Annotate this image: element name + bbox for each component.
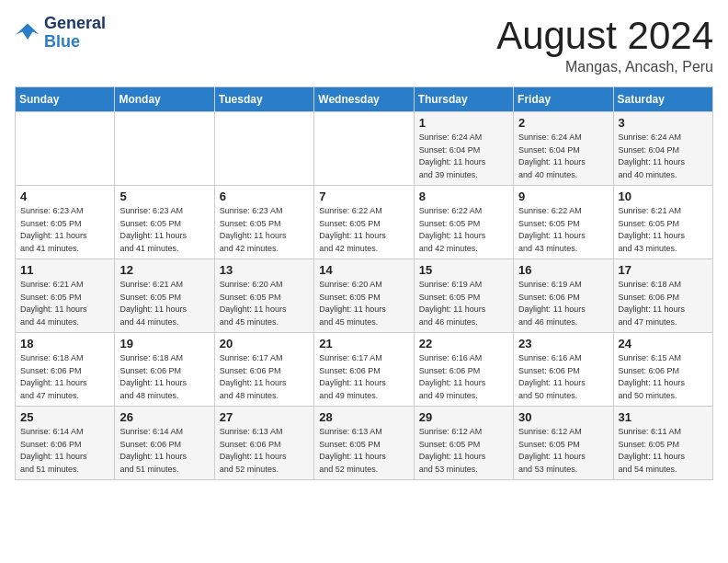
day-info: Sunrise: 6:18 AM Sunset: 6:06 PM Dayligh… <box>20 352 109 402</box>
day-number: 7 <box>319 190 408 203</box>
calendar-day: 25Sunrise: 6:14 AM Sunset: 6:06 PM Dayli… <box>16 407 115 480</box>
day-number: 21 <box>319 337 408 350</box>
day-number: 5 <box>119 190 209 203</box>
day-number: 9 <box>518 190 608 203</box>
day-number: 15 <box>419 263 508 277</box>
calendar-day: 18Sunrise: 6:18 AM Sunset: 6:06 PM Dayli… <box>16 333 115 407</box>
day-number: 3 <box>619 116 708 130</box>
calendar-week-3: 11Sunrise: 6:21 AM Sunset: 6:05 PM Dayli… <box>16 259 713 333</box>
calendar-day: 29Sunrise: 6:12 AM Sunset: 6:05 PM Dayli… <box>414 407 513 480</box>
day-info: Sunrise: 6:17 AM Sunset: 6:06 PM Dayligh… <box>319 352 408 402</box>
day-number: 22 <box>419 337 508 350</box>
calendar-day: 9Sunrise: 6:22 AM Sunset: 6:05 PM Daylig… <box>514 186 613 259</box>
calendar-day <box>314 112 414 186</box>
calendar-day: 31Sunrise: 6:11 AM Sunset: 6:05 PM Dayli… <box>613 407 712 480</box>
day-number: 17 <box>619 263 708 277</box>
day-info: Sunrise: 6:18 AM Sunset: 6:06 PM Dayligh… <box>619 279 708 328</box>
day-number: 14 <box>319 263 408 277</box>
logo-icon <box>15 20 40 46</box>
day-info: Sunrise: 6:18 AM Sunset: 6:06 PM Dayligh… <box>119 352 209 402</box>
day-number: 4 <box>20 190 109 203</box>
day-info: Sunrise: 6:16 AM Sunset: 6:06 PM Dayligh… <box>518 352 608 402</box>
day-number: 28 <box>319 410 408 424</box>
calendar-day: 14Sunrise: 6:20 AM Sunset: 6:05 PM Dayli… <box>314 259 414 333</box>
calendar-day: 3Sunrise: 6:24 AM Sunset: 6:04 PM Daylig… <box>613 112 712 186</box>
day-number: 20 <box>220 337 309 350</box>
weekday-header-monday: Monday <box>115 87 214 112</box>
day-info: Sunrise: 6:23 AM Sunset: 6:05 PM Dayligh… <box>20 205 109 255</box>
weekday-header-wednesday: Wednesday <box>314 87 414 112</box>
day-number: 8 <box>419 190 508 203</box>
calendar-day: 28Sunrise: 6:13 AM Sunset: 6:05 PM Dayli… <box>314 407 414 480</box>
day-info: Sunrise: 6:22 AM Sunset: 6:05 PM Dayligh… <box>518 205 608 255</box>
day-number: 11 <box>20 263 109 277</box>
day-info: Sunrise: 6:12 AM Sunset: 6:05 PM Dayligh… <box>419 426 508 476</box>
calendar-week-2: 4Sunrise: 6:23 AM Sunset: 6:05 PM Daylig… <box>16 186 713 259</box>
svg-marker-0 <box>16 23 39 40</box>
calendar-table: SundayMondayTuesdayWednesdayThursdayFrid… <box>15 86 713 480</box>
weekday-header-tuesday: Tuesday <box>214 87 313 112</box>
weekday-header-thursday: Thursday <box>414 87 513 112</box>
calendar-day: 10Sunrise: 6:21 AM Sunset: 6:05 PM Dayli… <box>613 186 712 259</box>
day-info: Sunrise: 6:19 AM Sunset: 6:05 PM Dayligh… <box>419 279 508 328</box>
day-number: 6 <box>220 190 309 203</box>
day-number: 29 <box>419 410 508 424</box>
day-number: 16 <box>518 263 608 277</box>
day-info: Sunrise: 6:21 AM Sunset: 6:05 PM Dayligh… <box>619 205 708 255</box>
day-number: 26 <box>119 410 209 424</box>
day-info: Sunrise: 6:13 AM Sunset: 6:06 PM Dayligh… <box>220 426 309 476</box>
logo: General Blue <box>15 15 106 52</box>
day-number: 18 <box>20 337 109 350</box>
day-info: Sunrise: 6:14 AM Sunset: 6:06 PM Dayligh… <box>119 426 209 476</box>
calendar-day: 16Sunrise: 6:19 AM Sunset: 6:06 PM Dayli… <box>514 259 613 333</box>
day-number: 10 <box>619 190 708 203</box>
day-info: Sunrise: 6:24 AM Sunset: 6:04 PM Dayligh… <box>619 132 708 181</box>
location-title: Mangas, Ancash, Peru <box>496 59 713 75</box>
calendar-day: 8Sunrise: 6:22 AM Sunset: 6:05 PM Daylig… <box>414 186 513 259</box>
calendar-day: 20Sunrise: 6:17 AM Sunset: 6:06 PM Dayli… <box>214 333 313 407</box>
logo-text: General Blue <box>44 15 106 52</box>
calendar-day: 22Sunrise: 6:16 AM Sunset: 6:06 PM Dayli… <box>414 333 513 407</box>
day-info: Sunrise: 6:19 AM Sunset: 6:06 PM Dayligh… <box>518 279 608 328</box>
day-info: Sunrise: 6:14 AM Sunset: 6:06 PM Dayligh… <box>20 426 109 476</box>
calendar-day: 4Sunrise: 6:23 AM Sunset: 6:05 PM Daylig… <box>16 186 115 259</box>
page-header: General Blue August 2024 Mangas, Ancash,… <box>15 15 713 75</box>
day-info: Sunrise: 6:20 AM Sunset: 6:05 PM Dayligh… <box>220 279 309 328</box>
calendar-day <box>115 112 214 186</box>
day-number: 12 <box>119 263 209 277</box>
calendar-day <box>16 112 115 186</box>
day-number: 27 <box>220 410 309 424</box>
day-number: 13 <box>220 263 309 277</box>
month-title: August 2024 <box>496 15 713 57</box>
day-info: Sunrise: 6:22 AM Sunset: 6:05 PM Dayligh… <box>419 205 508 255</box>
calendar-day: 15Sunrise: 6:19 AM Sunset: 6:05 PM Dayli… <box>414 259 513 333</box>
day-info: Sunrise: 6:24 AM Sunset: 6:04 PM Dayligh… <box>518 132 608 181</box>
calendar-week-4: 18Sunrise: 6:18 AM Sunset: 6:06 PM Dayli… <box>16 333 713 407</box>
day-number: 31 <box>619 410 708 424</box>
calendar-day <box>214 112 313 186</box>
calendar-day: 1Sunrise: 6:24 AM Sunset: 6:04 PM Daylig… <box>414 112 513 186</box>
weekday-header-friday: Friday <box>514 87 613 112</box>
weekday-header-saturday: Saturday <box>613 87 712 112</box>
day-info: Sunrise: 6:22 AM Sunset: 6:05 PM Dayligh… <box>319 205 408 255</box>
calendar-week-1: 1Sunrise: 6:24 AM Sunset: 6:04 PM Daylig… <box>16 112 713 186</box>
calendar-day: 12Sunrise: 6:21 AM Sunset: 6:05 PM Dayli… <box>115 259 214 333</box>
day-number: 2 <box>518 116 608 130</box>
day-number: 25 <box>20 410 109 424</box>
calendar-day: 11Sunrise: 6:21 AM Sunset: 6:05 PM Dayli… <box>16 259 115 333</box>
calendar-week-5: 25Sunrise: 6:14 AM Sunset: 6:06 PM Dayli… <box>16 407 713 480</box>
calendar-day: 6Sunrise: 6:23 AM Sunset: 6:05 PM Daylig… <box>214 186 313 259</box>
calendar-day: 24Sunrise: 6:15 AM Sunset: 6:06 PM Dayli… <box>613 333 712 407</box>
day-number: 1 <box>419 116 508 130</box>
calendar-day: 7Sunrise: 6:22 AM Sunset: 6:05 PM Daylig… <box>314 186 414 259</box>
calendar-day: 5Sunrise: 6:23 AM Sunset: 6:05 PM Daylig… <box>115 186 214 259</box>
day-info: Sunrise: 6:11 AM Sunset: 6:05 PM Dayligh… <box>619 426 708 476</box>
day-number: 24 <box>619 337 708 350</box>
day-info: Sunrise: 6:15 AM Sunset: 6:06 PM Dayligh… <box>619 352 708 402</box>
day-info: Sunrise: 6:23 AM Sunset: 6:05 PM Dayligh… <box>220 205 309 255</box>
day-info: Sunrise: 6:16 AM Sunset: 6:06 PM Dayligh… <box>419 352 508 402</box>
calendar-day: 30Sunrise: 6:12 AM Sunset: 6:05 PM Dayli… <box>514 407 613 480</box>
day-info: Sunrise: 6:23 AM Sunset: 6:05 PM Dayligh… <box>119 205 209 255</box>
day-info: Sunrise: 6:12 AM Sunset: 6:05 PM Dayligh… <box>518 426 608 476</box>
calendar-day: 19Sunrise: 6:18 AM Sunset: 6:06 PM Dayli… <box>115 333 214 407</box>
